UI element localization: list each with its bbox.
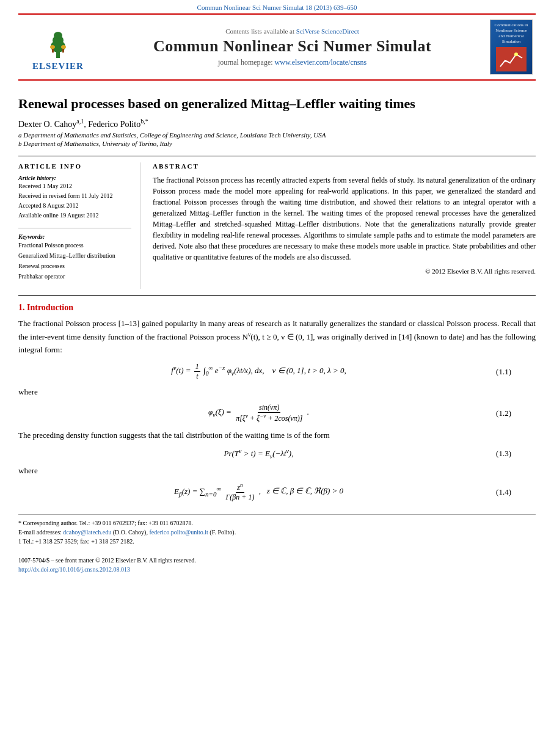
doi-link[interactable]: http://dx.doi.org/10.1016/j.cnsns.2012.0… xyxy=(18,566,130,573)
elsevier-brand: ELSEVIER xyxy=(32,61,84,71)
affiliation-b: b Department of Mathematics, University … xyxy=(18,140,536,147)
journal-homepage-url[interactable]: www.elsevier.com/locate/cnsns xyxy=(275,58,367,67)
keyword-3: Renewal processes xyxy=(18,261,131,271)
equation-1-2-formula: φν(ξ) = sin(νπ) π[ξν + ξ−ν + 2cos(νπ)] . xyxy=(43,403,475,423)
affiliation-a: a Department of Mathematics and Statisti… xyxy=(18,131,536,139)
sciverse-link-text[interactable]: SciVerse ScienceDirect xyxy=(296,27,359,35)
info-divider xyxy=(18,228,131,228)
where-label-1: where xyxy=(18,387,536,397)
journal-title: Commun Nonlinear Sci Numer Simulat xyxy=(153,37,431,56)
footnote-issn: 1007-5704/$ – see front matter © 2012 El… xyxy=(18,556,536,565)
journal-thumbnail: Communications in Nonlinear Science and … xyxy=(487,20,536,75)
eq1-fraction: 1 t xyxy=(194,362,200,381)
date-accepted: Accepted 8 August 2012 xyxy=(18,201,131,211)
journal-top-header: Commun Nonlinear Sci Numer Simulat 18 (2… xyxy=(0,0,554,13)
date-online: Available online 19 August 2012 xyxy=(18,211,131,220)
equation-1-2-block: φν(ξ) = sin(νπ) π[ξν + ξ−ν + 2cos(νπ)] .… xyxy=(43,403,511,423)
equation-1-3-block: Pr(Tν > t) = Eν(−λtν), (1.3) xyxy=(43,448,511,460)
eq4-fraction: zn Γ(βn + 1) xyxy=(225,482,256,502)
article-info-column: ARTICLE INFO Article history: Received 1… xyxy=(18,162,140,289)
content-divider xyxy=(18,295,536,296)
thumb-text: Communications in Nonlinear Science and … xyxy=(493,23,530,45)
keywords-list: Fractional Poisson process Generalized M… xyxy=(18,240,131,282)
equation-1-4-formula: Eβ(z) = ∑n=0∞ zn Γ(βn + 1) , z ∈ ℂ, β ∈ … xyxy=(43,482,475,502)
equation-1-4-number: (1.4) xyxy=(475,487,511,497)
equation-1-4-block: Eβ(z) = ∑n=0∞ zn Γ(βn + 1) , z ∈ ℂ, β ∈ … xyxy=(43,482,511,502)
article-dates: Received 1 May 2012 Received in revised … xyxy=(18,181,131,220)
date-received: Received 1 May 2012 xyxy=(18,181,131,191)
history-label: Article history: xyxy=(18,175,131,181)
abstract-body: The fractional Poisson process has recen… xyxy=(153,175,536,277)
email-link-2[interactable]: federico.polito@unito.it xyxy=(149,529,208,536)
authors-line: Dexter O. Cahoya,1, Federico Politob,* xyxy=(18,118,536,129)
equation-1-1-block: fν(t) = 1 t ∫0∞ e−x φν(λt/x), dx, ν ∈ (0… xyxy=(43,362,511,381)
equation-1-2-number: (1.2) xyxy=(475,409,511,418)
author1-sup: a,1 xyxy=(76,118,84,125)
elsevier-logo-area: ELSEVIER xyxy=(18,20,98,75)
author2-sup: b,* xyxy=(140,118,148,125)
abstract-heading: ABSTRACT xyxy=(153,162,536,170)
intro-paragraph-2: The preceding density function suggests … xyxy=(18,429,536,442)
footnote-email: E-mail addresses: dcahoy@latech.edu (D.O… xyxy=(18,528,536,537)
eq2-fraction: sin(νπ) π[ξν + ξ−ν + 2cos(νπ)] xyxy=(235,403,304,423)
equation-1-3-formula: Pr(Tν > t) = Eν(−λtν), xyxy=(43,448,475,460)
keyword-1: Fractional Poisson process xyxy=(18,240,131,250)
article-info-heading: ARTICLE INFO xyxy=(18,162,131,170)
footnote-note1: 1 Tel.: +1 318 257 3529; fax: +1 318 257… xyxy=(18,537,536,546)
abstract-column: ABSTRACT The fractional Poisson process … xyxy=(153,162,536,289)
journal-banner: ELSEVIER Contents lists available at Sci… xyxy=(18,13,536,81)
journal-citation: Commun Nonlinear Sci Numer Simulat 18 (2… xyxy=(197,4,357,11)
svg-point-7 xyxy=(61,45,66,49)
keywords-label: Keywords: xyxy=(18,233,131,240)
footnotes-section: * Corresponding author. Tel.: +39 011 67… xyxy=(18,514,536,574)
equation-1-1-number: (1.1) xyxy=(475,367,511,377)
elsevier-tree-icon xyxy=(40,23,76,60)
email-label: E-mail addresses: xyxy=(18,529,62,536)
abstract-paragraph: The fractional Poisson process has recen… xyxy=(153,175,536,263)
svg-point-6 xyxy=(50,45,55,49)
copyright-notice: © 2012 Elsevier B.V. All rights reserved… xyxy=(153,266,536,277)
journal-url: journal homepage: www.elsevier.com/locat… xyxy=(218,58,366,67)
keyword-4: Prabhakar operator xyxy=(18,271,131,282)
intro-paragraph-1: The fractional Poisson process [1–13] ga… xyxy=(18,318,536,356)
date-revised: Received in revised form 11 July 2012 xyxy=(18,191,131,201)
equation-1-1-formula: fν(t) = 1 t ∫0∞ e−x φν(λt/x), dx, ν ∈ (0… xyxy=(43,362,475,381)
author2-name: , Federico Polito xyxy=(84,119,140,128)
article-history-block: Article history: Received 1 May 2012 Rec… xyxy=(18,175,131,220)
article-info-abstract-section: ARTICLE INFO Article history: Received 1… xyxy=(18,156,536,289)
author1-name: Dexter O. Cahoy xyxy=(18,119,76,128)
footnote-corresponding: * Corresponding author. Tel.: +39 011 67… xyxy=(18,518,536,528)
banner-center: Contents lists available at SciVerse Sci… xyxy=(98,20,487,75)
thumb-image xyxy=(496,47,527,71)
article-title: Renewal processes based on generalized M… xyxy=(18,95,536,113)
journal-cover-thumb: Communications in Nonlinear Science and … xyxy=(490,20,533,75)
email-link-1[interactable]: dcahoy@latech.edu xyxy=(63,529,111,536)
equation-1-3-number: (1.3) xyxy=(475,449,511,459)
svg-point-3 xyxy=(54,32,62,39)
keyword-2: Generalized Mittag–Leffler distribution xyxy=(18,250,131,261)
footnote-doi: http://dx.doi.org/10.1016/j.cnsns.2012.0… xyxy=(18,565,536,574)
thumb-chart-icon xyxy=(499,49,523,69)
svg-point-8 xyxy=(514,53,518,56)
introduction-heading: 1. Introduction xyxy=(18,303,536,313)
keywords-block: Keywords: Fractional Poisson process Gen… xyxy=(18,233,131,282)
where-label-2: where xyxy=(18,466,536,476)
sciverse-link: Contents lists available at SciVerse Sci… xyxy=(225,27,359,35)
elsevier-logo: ELSEVIER xyxy=(32,23,84,71)
main-content: Renewal processes based on generalized M… xyxy=(18,81,536,580)
